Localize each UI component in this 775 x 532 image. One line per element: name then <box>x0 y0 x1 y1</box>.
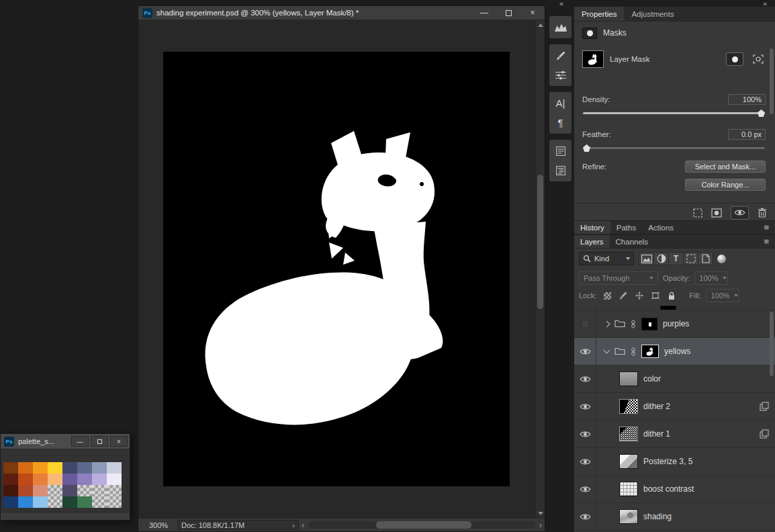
palette-swatch[interactable] <box>33 485 48 496</box>
feather-value[interactable]: 0.0 px <box>728 129 766 140</box>
zoom-level[interactable]: 300% <box>149 521 173 529</box>
tab-actions[interactable]: Actions <box>642 221 680 234</box>
apply-mask-icon[interactable] <box>711 208 722 218</box>
horizontal-scroll-thumb[interactable] <box>376 521 471 529</box>
layer-mask-row[interactable]: Layer Mask <box>582 47 767 71</box>
palette-swatch[interactable] <box>48 485 62 496</box>
visibility-toggle[interactable] <box>574 305 596 310</box>
lock-paint-icon[interactable] <box>618 290 629 301</box>
adjustment-layer-thumbnail[interactable] <box>619 454 638 469</box>
layer-row-boost-contrast[interactable]: boost contrast <box>574 476 775 503</box>
palette-swatch[interactable] <box>92 462 107 474</box>
layer-thumbnail[interactable] <box>660 306 676 310</box>
palette-swatch[interactable] <box>48 462 62 474</box>
palette-swatch[interactable] <box>3 485 18 496</box>
adjustment-layer-thumbnail[interactable] <box>619 482 638 496</box>
lock-transparency-icon[interactable] <box>602 290 612 301</box>
palette-swatch[interactable] <box>33 496 48 508</box>
palette-swatch[interactable] <box>62 496 77 508</box>
visibility-toggle[interactable] <box>574 503 596 530</box>
panel-menu-icon[interactable]: ≡ <box>764 222 769 232</box>
layer-row-dither-2[interactable]: dither 2 <box>574 393 775 420</box>
filter-type-layers-icon[interactable]: T <box>668 252 684 265</box>
document-info[interactable]: Doc: 108.8K/1.17M › <box>177 520 299 530</box>
properties-scrollbar[interactable] <box>770 48 774 114</box>
maximize-button[interactable] <box>91 436 108 447</box>
opacity-dropdown[interactable]: 100% <box>694 271 728 285</box>
tab-adjustments[interactable]: Adjustments <box>624 7 681 21</box>
palette-swatch[interactable] <box>107 462 122 474</box>
scroll-left-icon[interactable]: ‹ <box>299 521 307 530</box>
layer-thumbnail[interactable] <box>619 399 638 414</box>
filter-pixel-layers-icon[interactable] <box>639 252 654 265</box>
palette-swatch[interactable] <box>18 462 33 474</box>
canvas[interactable] <box>163 52 510 486</box>
layer-row-shading[interactable]: shading <box>574 503 775 531</box>
blend-mode-dropdown[interactable]: Pass Through <box>579 271 658 285</box>
filter-kind-dropdown[interactable]: Kind <box>579 252 634 265</box>
select-pixel-mask-icon[interactable] <box>726 52 743 66</box>
maximize-button[interactable] <box>496 6 520 19</box>
layer-thumbnail[interactable] <box>619 371 638 386</box>
palette-swatch[interactable] <box>33 474 48 485</box>
lock-position-icon[interactable] <box>634 290 645 301</box>
group-mask-thumbnail[interactable] <box>641 345 659 358</box>
palette-swatch[interactable] <box>77 474 92 485</box>
minimize-button[interactable]: — <box>71 436 89 447</box>
mask-link-icon[interactable] <box>631 320 636 328</box>
filter-adjustment-layers-icon[interactable] <box>653 252 669 265</box>
delete-mask-icon[interactable] <box>758 208 767 218</box>
collapse-panels-icon[interactable]: » <box>763 0 766 7</box>
palette-swatch[interactable] <box>62 474 77 485</box>
feather-slider-track[interactable] <box>583 147 765 149</box>
status-flyout-icon[interactable]: › <box>292 521 295 529</box>
palette-swatch[interactable] <box>92 474 107 485</box>
filter-shape-layers-icon[interactable] <box>683 252 698 265</box>
palette-swatch[interactable] <box>107 485 122 496</box>
fill-dropdown[interactable]: 100% <box>706 289 739 302</box>
palette-swatch[interactable] <box>48 496 62 508</box>
layer-thumbnail[interactable] <box>619 427 638 441</box>
visibility-toggle[interactable] <box>574 476 596 502</box>
advanced-blending-icon[interactable] <box>760 429 769 439</box>
layer-row-purples[interactable]: purples <box>574 310 775 338</box>
lock-artboard-icon[interactable] <box>650 290 661 301</box>
layer-row-yellows[interactable]: yellows <box>574 338 775 365</box>
feather-slider[interactable] <box>583 144 765 152</box>
mask-link-icon[interactable] <box>631 347 636 356</box>
density-slider-track[interactable] <box>583 112 765 114</box>
advanced-blending-icon[interactable] <box>760 402 769 411</box>
load-selection-icon[interactable] <box>693 208 702 218</box>
layers-scrollbar[interactable] <box>770 312 774 376</box>
layer-row-partial[interactable] <box>574 305 775 310</box>
palette-swatch[interactable] <box>77 462 92 474</box>
layer-row-dither-1[interactable]: dither 1 <box>574 420 775 448</box>
palette-swatch[interactable] <box>107 496 122 508</box>
select-and-mask-button[interactable]: Select and Mask... <box>685 161 766 173</box>
density-slider-thumb[interactable] <box>758 109 765 117</box>
close-button[interactable]: × <box>110 436 128 447</box>
palette-swatch[interactable] <box>3 496 18 508</box>
visibility-toggle[interactable] <box>574 420 596 447</box>
scroll-right-icon[interactable]: › <box>537 521 545 530</box>
palette-swatch[interactable] <box>18 474 33 485</box>
vertical-scroll-thumb[interactable] <box>537 175 543 309</box>
notes-panel-icon[interactable] <box>549 161 572 180</box>
mixer-sliders-panel-icon[interactable] <box>549 65 572 85</box>
tab-history[interactable]: History <box>574 221 610 234</box>
group-expander-icon[interactable] <box>604 320 610 327</box>
palette-titlebar[interactable]: Ps palette_s... — × <box>1 434 130 449</box>
density-value[interactable]: 100% <box>728 94 766 105</box>
layer-thumbnail[interactable] <box>619 509 638 524</box>
tab-channels[interactable]: Channels <box>610 235 655 248</box>
info-panel-icon[interactable] <box>549 141 572 161</box>
density-slider[interactable] <box>583 109 765 117</box>
scroll-up-icon[interactable] <box>538 24 543 27</box>
tab-properties[interactable]: Properties <box>574 7 624 21</box>
palette-swatch[interactable] <box>48 474 62 485</box>
lock-all-icon[interactable] <box>666 290 677 301</box>
visibility-toggle[interactable] <box>574 310 596 337</box>
palette-swatch[interactable] <box>77 485 92 496</box>
palette-swatch[interactable] <box>62 485 77 496</box>
tab-paths[interactable]: Paths <box>610 221 642 234</box>
